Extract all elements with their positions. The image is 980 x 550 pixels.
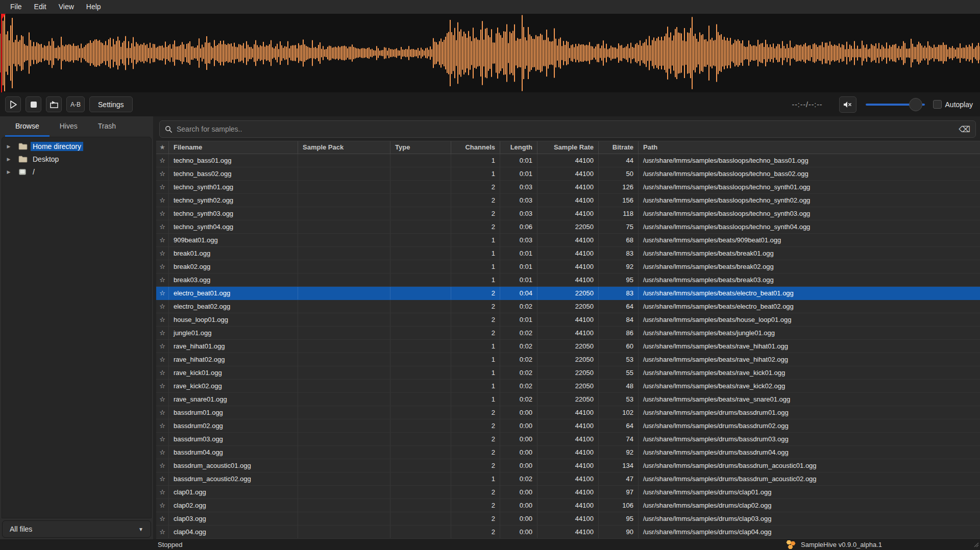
cell-star[interactable]: ☆	[156, 472, 169, 485]
table-row[interactable]: ☆rave_kick02.ogg10:022205048/usr/share/l…	[156, 380, 980, 393]
resize-grip[interactable]	[972, 540, 979, 549]
cell-star[interactable]: ☆	[156, 220, 169, 233]
volume-slider[interactable]	[866, 98, 925, 111]
tree-item-desktop[interactable]: ▶ Desktop	[2, 153, 151, 165]
cell-star[interactable]: ☆	[156, 260, 169, 273]
table-row[interactable]: ☆clap04.ogg20:004410090/usr/share/lmms/s…	[156, 526, 980, 539]
favorite-column-header[interactable]: ★	[156, 141, 169, 154]
table-row[interactable]: ☆electro_beat02.ogg20:022205064/usr/shar…	[156, 300, 980, 313]
cell-star[interactable]: ☆	[156, 300, 169, 313]
table-row[interactable]: ☆rave_hihat01.ogg10:022205060/usr/share/…	[156, 340, 980, 353]
cell-star[interactable]: ☆	[156, 486, 169, 498]
table-row[interactable]: ☆electro_beat01.ogg20:042205083/usr/shar…	[156, 287, 980, 300]
loop-button[interactable]	[46, 96, 62, 112]
tree-item-label[interactable]: /	[31, 167, 37, 177]
expand-arrow-icon[interactable]: ▶	[2, 144, 15, 149]
search-input[interactable]	[177, 125, 954, 133]
table-row[interactable]: ☆bassdrum02.ogg20:004410064/usr/share/lm…	[156, 419, 980, 433]
stop-button[interactable]	[26, 96, 41, 112]
cell-star[interactable]: ☆	[156, 247, 169, 260]
table-row[interactable]: ☆bassdrum_acoustic01.ogg20:0044100134/us…	[156, 459, 980, 472]
cell-star[interactable]: ☆	[156, 512, 169, 525]
table-row[interactable]: ☆house_loop01.ogg20:014410084/usr/share/…	[156, 313, 980, 327]
table-row[interactable]: ☆techno_synth04.ogg20:062205075/usr/shar…	[156, 220, 980, 234]
column-header-type[interactable]: Type	[390, 141, 451, 154]
table-row[interactable]: ☆break03.ogg10:014410095/usr/share/lmms/…	[156, 273, 980, 287]
cell-star[interactable]: ☆	[156, 194, 169, 207]
expand-arrow-icon[interactable]: ▶	[2, 157, 15, 162]
cell-channels: 2	[451, 499, 500, 512]
waveform-display[interactable]	[0, 14, 980, 92]
cell-star[interactable]: ☆	[156, 327, 169, 339]
table-row[interactable]: ☆jungle01.ogg20:024410086/usr/share/lmms…	[156, 327, 980, 340]
cell-star[interactable]: ☆	[156, 366, 169, 379]
table-row[interactable]: ☆rave_snare01.ogg10:022205053/usr/share/…	[156, 393, 980, 406]
column-header-bitrate[interactable]: Bitrate	[599, 141, 639, 154]
column-header-path[interactable]: Path	[639, 141, 980, 154]
tab-trash[interactable]: Trash	[88, 116, 126, 137]
column-header-sample-pack[interactable]: Sample Pack	[298, 141, 390, 154]
table-row[interactable]: ☆techno_synth01.ogg20:0344100126/usr/sha…	[156, 181, 980, 194]
table-row[interactable]: ☆break01.ogg10:014410083/usr/share/lmms/…	[156, 247, 980, 260]
expand-arrow-icon[interactable]: ▶	[2, 169, 15, 174]
cell-star[interactable]: ☆	[156, 433, 169, 445]
cell-star[interactable]: ☆	[156, 459, 169, 472]
menu-view[interactable]: View	[54, 0, 79, 14]
table-row[interactable]: ☆break02.ogg10:014410092/usr/share/lmms/…	[156, 260, 980, 273]
autoplay-checkbox[interactable]	[933, 100, 942, 109]
tree-item-home[interactable]: ▶ Home directory	[2, 140, 151, 153]
column-header-sample-rate[interactable]: Sample Rate	[537, 141, 599, 154]
table-row[interactable]: ☆techno_bass02.ogg10:014410050/usr/share…	[156, 167, 980, 181]
cell-star[interactable]: ☆	[156, 353, 169, 366]
table-row[interactable]: ☆bassdrum01.ogg20:0044100102/usr/share/l…	[156, 406, 980, 419]
cell-star[interactable]: ☆	[156, 287, 169, 299]
tree-item-root[interactable]: ▶ /	[2, 165, 151, 178]
loop-ab-button[interactable]: A-B	[66, 96, 85, 112]
cell-star[interactable]: ☆	[156, 207, 169, 220]
table-row[interactable]: ☆clap03.ogg20:004410095/usr/share/lmms/s…	[156, 512, 980, 526]
search-bar[interactable]: ⌫	[159, 120, 976, 138]
table-row[interactable]: ☆bassdrum03.ogg20:004410074/usr/share/lm…	[156, 433, 980, 446]
cell-star[interactable]: ☆	[156, 446, 169, 459]
cell-star[interactable]: ☆	[156, 380, 169, 392]
cell-star[interactable]: ☆	[156, 419, 169, 432]
cell-star[interactable]: ☆	[156, 393, 169, 406]
cell-star[interactable]: ☆	[156, 340, 169, 353]
column-header-filename[interactable]: Filename	[169, 141, 298, 154]
table-row[interactable]: ☆bassdrum_acoustic02.ogg10:024410047/usr…	[156, 472, 980, 486]
tree-item-label[interactable]: Desktop	[31, 155, 61, 164]
table-row[interactable]: ☆techno_synth02.ogg20:0344100156/usr/sha…	[156, 194, 980, 207]
tab-hives[interactable]: Hives	[50, 116, 88, 137]
play-button[interactable]	[5, 96, 21, 112]
cell-star[interactable]: ☆	[156, 234, 169, 246]
table-row[interactable]: ☆clap02.ogg20:0044100106/usr/share/lmms/…	[156, 499, 980, 512]
tree-item-label[interactable]: Home directory	[31, 142, 83, 151]
volume-thumb[interactable]	[909, 98, 922, 111]
column-header-length[interactable]: Length	[500, 141, 537, 154]
clear-search-icon[interactable]: ⌫	[959, 124, 970, 134]
cell-path: /usr/share/lmms/samples/beats/break03.og…	[639, 273, 980, 286]
table-row[interactable]: ☆clap01.ogg20:004410097/usr/share/lmms/s…	[156, 486, 980, 499]
table-row[interactable]: ☆rave_kick01.ogg10:022205055/usr/share/l…	[156, 366, 980, 380]
cell-star[interactable]: ☆	[156, 181, 169, 193]
menu-edit[interactable]: Edit	[29, 0, 52, 14]
table-row[interactable]: ☆techno_bass01.ogg10:014410044/usr/share…	[156, 154, 980, 167]
table-row[interactable]: ☆techno_synth03.ogg20:0344100118/usr/sha…	[156, 207, 980, 220]
mute-button[interactable]	[839, 96, 856, 113]
tab-browse[interactable]: Browse	[5, 116, 50, 137]
file-filter-dropdown[interactable]: All files ▼	[2, 520, 151, 538]
settings-button[interactable]: Settings	[89, 96, 133, 112]
cell-star[interactable]: ☆	[156, 313, 169, 326]
cell-star[interactable]: ☆	[156, 526, 169, 538]
table-row[interactable]: ☆rave_hihat02.ogg10:022205053/usr/share/…	[156, 353, 980, 366]
menu-help[interactable]: Help	[81, 0, 106, 14]
cell-star[interactable]: ☆	[156, 273, 169, 286]
cell-star[interactable]: ☆	[156, 499, 169, 512]
menu-file[interactable]: File	[5, 0, 27, 14]
cell-star[interactable]: ☆	[156, 167, 169, 180]
cell-star[interactable]: ☆	[156, 154, 169, 167]
table-row[interactable]: ☆bassdrum04.ogg20:004410092/usr/share/lm…	[156, 446, 980, 459]
table-row[interactable]: ☆909beat01.ogg10:034410068/usr/share/lmm…	[156, 234, 980, 247]
cell-star[interactable]: ☆	[156, 406, 169, 419]
column-header-channels[interactable]: Channels	[451, 141, 500, 154]
